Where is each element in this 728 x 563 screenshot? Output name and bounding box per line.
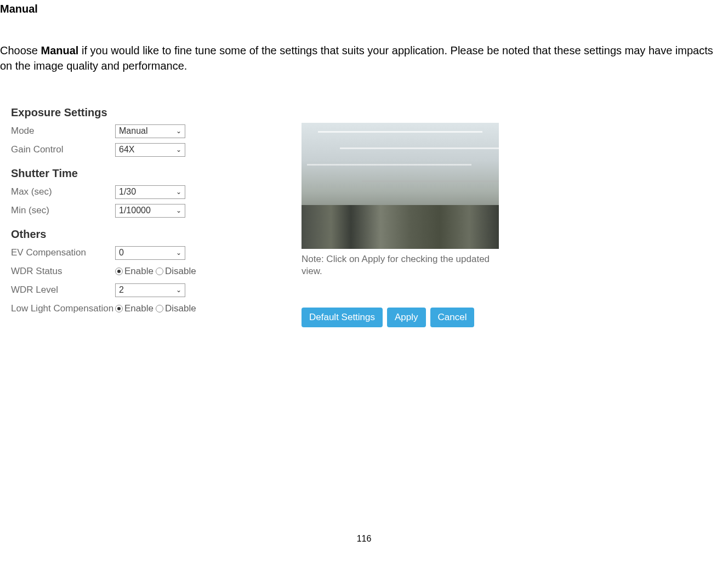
chevron-down-icon: ⌄ xyxy=(176,146,181,153)
low-light-disable-label: Disable xyxy=(165,303,196,314)
mode-select[interactable]: Manual ⌄ xyxy=(115,124,185,138)
intro-pre: Choose xyxy=(0,44,41,56)
cancel-button[interactable]: Cancel xyxy=(430,308,475,327)
exposure-header: Exposure Settings xyxy=(11,106,230,119)
wdr-disable-label: Disable xyxy=(165,266,196,277)
low-light-label: Low Light Compensation xyxy=(11,303,115,314)
max-select[interactable]: 1/30 ⌄ xyxy=(115,185,185,199)
radio-icon xyxy=(156,305,163,312)
radio-icon xyxy=(115,268,123,275)
low-light-disable-radio[interactable]: Disable xyxy=(156,303,196,314)
max-value: 1/30 xyxy=(119,187,136,197)
min-select[interactable]: 1/10000 ⌄ xyxy=(115,204,185,218)
low-light-enable-label: Enable xyxy=(124,303,153,314)
ev-select[interactable]: 0 ⌄ xyxy=(115,246,185,260)
default-settings-button[interactable]: Default Settings xyxy=(302,308,383,327)
gain-label: Gain Control xyxy=(11,144,115,155)
wdr-level-select[interactable]: 2 ⌄ xyxy=(115,283,185,297)
min-label: Min (sec) xyxy=(11,205,115,216)
wdr-disable-radio[interactable]: Disable xyxy=(156,266,196,277)
intro-bold: Manual xyxy=(41,44,79,56)
gain-value: 64X xyxy=(119,145,134,155)
ev-label: EV Compensation xyxy=(11,247,115,258)
mode-label: Mode xyxy=(11,126,115,137)
preview-image xyxy=(302,123,499,249)
wdr-status-label: WDR Status xyxy=(11,266,115,277)
intro-post: if you would like to fine tune some of t… xyxy=(0,44,713,72)
page-number: 116 xyxy=(357,534,372,544)
chevron-down-icon: ⌄ xyxy=(176,207,181,214)
settings-panel: Exposure Settings Mode Manual ⌄ Gain Con… xyxy=(11,106,230,327)
radio-icon xyxy=(156,268,163,275)
preview-note: Note: Click on Apply for checking the up… xyxy=(302,253,504,277)
chevron-down-icon: ⌄ xyxy=(176,286,181,294)
low-light-enable-radio[interactable]: Enable xyxy=(115,303,153,314)
wdr-enable-label: Enable xyxy=(124,266,153,277)
mode-value: Manual xyxy=(119,126,147,136)
radio-icon xyxy=(115,305,123,312)
preview-panel: Note: Click on Apply for checking the up… xyxy=(302,106,504,327)
intro-paragraph: Choose Manual if you would like to fine … xyxy=(0,43,728,73)
gain-select[interactable]: 64X ⌄ xyxy=(115,143,185,157)
wdr-level-label: WDR Level xyxy=(11,285,115,295)
shutter-header: Shutter Time xyxy=(11,167,230,180)
max-label: Max (sec) xyxy=(11,186,115,197)
page-title: Manual xyxy=(0,0,728,15)
wdr-level-value: 2 xyxy=(119,285,124,295)
wdr-enable-radio[interactable]: Enable xyxy=(115,266,153,277)
ev-value: 0 xyxy=(119,248,124,258)
chevron-down-icon: ⌄ xyxy=(176,188,181,196)
chevron-down-icon: ⌄ xyxy=(176,127,181,135)
apply-button[interactable]: Apply xyxy=(387,308,426,327)
chevron-down-icon: ⌄ xyxy=(176,249,181,257)
others-header: Others xyxy=(11,228,230,241)
min-value: 1/10000 xyxy=(119,206,151,215)
